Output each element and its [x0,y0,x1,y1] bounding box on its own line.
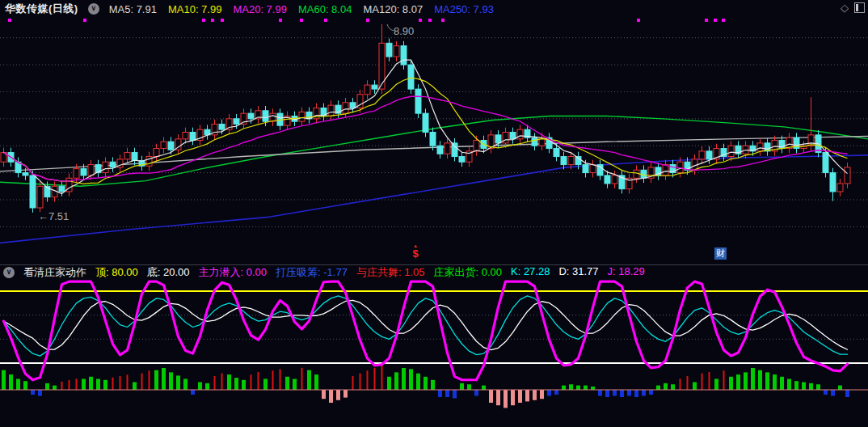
chevron-down-circle-icon[interactable] [3,267,15,278]
low-price-label: ←7.51 [38,210,69,222]
panel-layout-icon[interactable] [854,2,865,13]
indicator-field-J: J: 18.29 [608,265,645,280]
chevron-down-circle-icon[interactable] [88,3,99,15]
dollar-icon: $ [408,248,423,259]
ma-legend-ma60: MA60: 8.04 [298,3,352,15]
high-price-label: 8.90 [394,25,414,37]
stock-title: 华数传媒(日线) [5,2,78,16]
cai-news-badge[interactable]: 财 [714,247,727,260]
ma-legend-ma10: MA10: 7.99 [168,3,222,15]
indicator-chart[interactable] [0,0,868,427]
indicator-field-庄家出货: 庄家出货: 0.00 [433,265,502,280]
indicator-field-与庄共舞: 与庄共舞: 1.05 [356,265,425,280]
indicator-field-主力潜入: 主力潜入: 0.00 [199,265,268,280]
indicator-fields: 顶: 80.00底: 20.00主力潜入: 0.00打压吸筹: -1.77与庄共… [95,265,645,280]
indicator-name: 看清庄家动作 [23,265,86,280]
indicator-field-打压吸筹: 打压吸筹: -1.77 [276,265,348,280]
indicator-field-D: D: 31.77 [558,265,598,280]
k-line [4,296,848,356]
j-line [4,281,848,380]
ma-legend-ma5: MA5: 7.91 [109,3,157,15]
histogram [2,365,849,408]
trading-app-window: 华数传媒(日线) MA5: 7.91MA10: 7.99MA20: 7.99MA… [0,0,868,427]
chart-titlebar: 华数传媒(日线) MA5: 7.91MA10: 7.99MA20: 7.99MA… [0,0,868,18]
diamond-icon[interactable]: ◇ [841,2,849,13]
ma-legend-ma20: MA20: 7.99 [233,3,287,15]
ma-legend-ma120: MA120: 8.07 [363,3,423,15]
dollar-signal-marker: ▲ $ [408,243,423,259]
ma-legend: MA5: 7.91MA10: 7.99MA20: 7.99MA60: 8.04M… [109,3,494,15]
ma-legend-ma250: MA250: 7.93 [434,3,494,15]
indicator-field-K: K: 27.28 [511,265,550,280]
titlebar-right-icons: ◇ [841,2,865,13]
indicator-header: 看清庄家动作 顶: 80.00底: 20.00主力潜入: 0.00打压吸筹: -… [0,264,868,280]
indicator-field-顶: 顶: 80.00 [95,265,138,280]
indicator-field-底: 底: 20.00 [147,265,190,280]
